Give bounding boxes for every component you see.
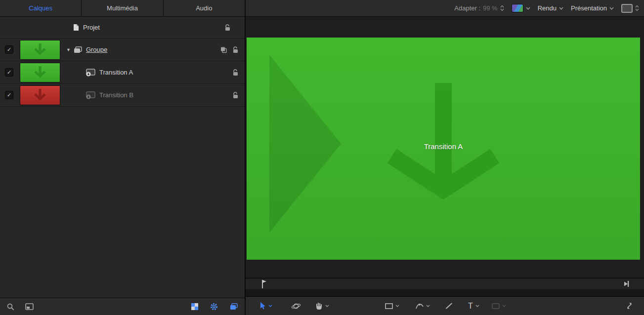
zoom-fit-control[interactable]: Adapter : 99 % (454, 4, 504, 12)
tab-audio[interactable]: Audio (164, 0, 245, 16)
tab-multimedia-label: Multimédia (107, 4, 138, 12)
layer-row-transition-b[interactable]: ✓ Transition B (0, 84, 245, 107)
motion-window: Calques Multimédia Audio Projet ✓ ▼ Grou (0, 0, 644, 315)
chevron-down-icon (475, 305, 479, 307)
layout-toggle-icon[interactable] (25, 303, 34, 310)
text-tool[interactable]: T (468, 297, 479, 315)
transition-icon (86, 69, 95, 77)
down-arrow-shape (392, 83, 495, 190)
select-tool[interactable] (259, 297, 272, 315)
orbit-icon (291, 302, 301, 310)
project-label: Projet (83, 24, 100, 31)
tab-calques-label: Calques (29, 4, 52, 12)
layers-panel-bottom-bar (0, 298, 245, 315)
tab-calques[interactable]: Calques (0, 0, 82, 16)
viewer-pane: Adapter : 99 % Rendu Présentation (246, 0, 644, 315)
layer-row-groupe[interactable]: ✓ ▼ Groupe (0, 39, 245, 61)
lock-icon[interactable] (232, 46, 239, 53)
lock-icon[interactable] (232, 92, 239, 99)
resize-arrows-icon (626, 302, 633, 310)
flag-icon[interactable] (220, 46, 227, 53)
resize-handle[interactable] (626, 297, 633, 315)
checkmark: ✓ (7, 70, 11, 75)
layers-badge-icon[interactable] (230, 303, 238, 310)
line-icon (445, 303, 453, 309)
chevron-down-icon (426, 305, 430, 307)
color-swatch (512, 4, 523, 12)
image-well[interactable] (492, 297, 506, 315)
visibility-checkbox[interactable]: ✓ (5, 45, 13, 54)
canvas-stage: Transition A (246, 17, 644, 278)
render-label: Rendu (538, 4, 557, 12)
disclosure-triangle[interactable]: ▼ (66, 47, 71, 52)
display-options-control[interactable] (621, 4, 639, 13)
viewer-toolbar: Adapter : 99 % Rendu Présentation (246, 0, 644, 17)
presentation-label: Présentation (571, 4, 607, 12)
visibility-checkbox[interactable]: ✓ (5, 68, 13, 77)
tab-multimedia[interactable]: Multimédia (82, 0, 163, 16)
transition-overlay-text: Transition A (247, 142, 640, 151)
zoom-value: 99 % (483, 4, 498, 12)
search-icon[interactable] (7, 303, 14, 311)
rectangle-icon (385, 303, 393, 309)
transition-icon (86, 91, 95, 99)
bezier-tool[interactable] (416, 297, 430, 315)
visibility-checkbox[interactable]: ✓ (5, 91, 13, 99)
chevron-down-icon (559, 7, 563, 10)
layer-label[interactable]: Groupe (86, 46, 107, 53)
layer-thumbnail[interactable] (20, 40, 60, 60)
rect-tool[interactable] (385, 297, 399, 315)
stepper-icon (635, 5, 639, 11)
layers-panel: Calques Multimédia Audio Projet ✓ ▼ Grou (0, 0, 246, 315)
lock-icon[interactable] (224, 24, 231, 31)
panel-tab-bar: Calques Multimédia Audio (0, 0, 245, 17)
gear-icon[interactable] (210, 303, 218, 311)
mini-timeline[interactable] (246, 278, 644, 297)
project-file-icon (73, 24, 79, 31)
stepper-icon (500, 5, 504, 11)
layer-label[interactable]: Transition A (99, 69, 133, 76)
line-tool[interactable] (445, 297, 453, 315)
canvas[interactable]: Transition A (247, 38, 640, 260)
layer-label[interactable]: Transition B (99, 91, 133, 99)
orbit-tool[interactable] (291, 297, 301, 315)
text-tool-glyph: T (468, 302, 473, 311)
checkmark: ✓ (7, 92, 11, 98)
chevron-down-icon (609, 7, 614, 10)
layer-thumbnail[interactable] (20, 85, 60, 105)
hand-icon (315, 302, 323, 310)
chevron-down-icon (526, 7, 530, 10)
color-swatch-dropdown[interactable] (512, 4, 530, 12)
cursor-icon (259, 302, 266, 310)
lock-icon[interactable] (232, 69, 239, 76)
timeline-end-marker-icon[interactable] (623, 280, 629, 287)
layers-panel-empty-area (0, 107, 245, 298)
layer-row-transition-a[interactable]: ✓ Transition A (0, 61, 245, 84)
display-icon (621, 4, 633, 13)
chevron-down-icon (502, 305, 506, 307)
render-dropdown[interactable]: Rendu (538, 4, 563, 12)
tools-toolbar: T (246, 297, 644, 315)
chevron-down-icon (325, 305, 329, 307)
bezier-icon (416, 302, 424, 310)
project-row[interactable]: Projet (0, 17, 245, 39)
presentation-dropdown[interactable]: Présentation (571, 4, 614, 12)
pan-tool[interactable] (315, 297, 329, 315)
tab-audio-label: Audio (196, 4, 212, 12)
chevron-down-icon (395, 305, 399, 307)
checkerboard-icon[interactable] (191, 303, 198, 310)
timeline-playhead-icon[interactable] (261, 279, 267, 289)
image-well-icon (492, 303, 500, 309)
checkmark: ✓ (7, 47, 11, 52)
layer-thumbnail[interactable] (20, 63, 60, 82)
group-icon (74, 46, 82, 53)
chevron-down-icon (268, 305, 272, 307)
zoom-fit-label: Adapter : (454, 4, 480, 12)
